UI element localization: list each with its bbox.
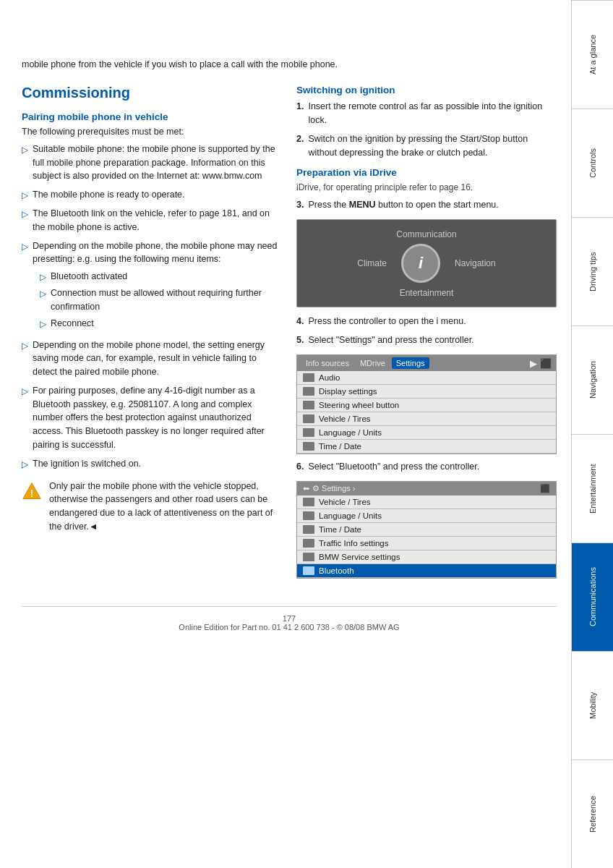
- vehicle-icon2: [303, 498, 314, 506]
- list-item: 2. Switch on the ignition by pressing th…: [296, 132, 557, 160]
- intro-text: mobile phone from the vehicle if you wis…: [22, 58, 557, 72]
- list-item: ▷ The Bluetooth link on the vehicle, ref…: [22, 207, 282, 234]
- entertainment-label: Entertainment: [400, 288, 454, 298]
- step-text: Select "Settings" and press the controll…: [308, 333, 473, 347]
- bullet-arrow-icon: ▷: [22, 339, 28, 352]
- sidebar-tab-at-a-glance[interactable]: At a glance: [572, 0, 613, 109]
- warning-triangle-icon: !: [22, 481, 42, 501]
- bullet-text: Depending on the mobile phone, the mobil…: [33, 239, 282, 333]
- communication-label: Communication: [396, 229, 456, 239]
- sub-bullet-arrow-icon: ▷: [40, 287, 46, 300]
- info-sources-tab: Info sources: [301, 357, 353, 369]
- display-settings-row: Display settings: [297, 385, 556, 399]
- settings-screenshot-1: Info sources MDrive Settings ▶ ⬛ Audio D…: [296, 354, 557, 454]
- bluetooth-row: Bluetooth: [297, 564, 556, 578]
- vehicle-tires-row2: Vehicle / Tires: [297, 495, 556, 509]
- bluetooth-label: Bluetooth: [319, 566, 354, 575]
- traffic-label: Traffic Info settings: [319, 539, 389, 548]
- time-icon2: [303, 525, 314, 534]
- bluetooth-icon: [303, 566, 314, 575]
- list-item: 6. Select "Bluetooth" and press the cont…: [296, 460, 557, 474]
- switching-ignition-subtitle: Switching on ignition: [296, 85, 557, 95]
- settings2-rows: Vehicle / Tires Language / Units Time / …: [297, 495, 556, 578]
- commissioning-title: Commissioning: [22, 85, 282, 101]
- idrive-screenshot: Communication Climate i Navigation Enter…: [296, 219, 557, 307]
- sidebar-tab-entertainment[interactable]: Entertainment: [572, 434, 613, 542]
- list-item: 5. Select "Settings" and press the contr…: [296, 333, 557, 347]
- sub-bullet-arrow-icon: ▷: [40, 271, 46, 284]
- vehicle-label: Vehicle / Tires: [319, 414, 371, 423]
- step-text: Press the controller to open the i menu.: [308, 315, 466, 328]
- language-units-row: Language / Units: [297, 426, 556, 440]
- bullet-text: The Bluetooth link on the vehicle, refer…: [33, 207, 282, 234]
- step-text: Select "Bluetooth" and press the control…: [308, 460, 479, 474]
- audio-icon: [303, 373, 314, 382]
- bullet-text: Depending on the mobile phone model, the…: [33, 339, 282, 379]
- sidebar-tab-driving-tips[interactable]: Driving tips: [572, 217, 613, 326]
- vehicle-label2: Vehicle / Tires: [319, 498, 371, 506]
- language-units-row2: Language / Units: [297, 509, 556, 523]
- vehicle-icon: [303, 414, 314, 423]
- step-number: 1.: [296, 100, 304, 114]
- list-item: ▷ Suitable mobile phone: the mobile phon…: [22, 142, 282, 183]
- bullet-arrow-icon: ▷: [22, 189, 28, 202]
- language-icon: [303, 428, 314, 437]
- main-content: mobile phone from the vehicle if you wis…: [0, 0, 571, 868]
- step-number: 3.: [296, 198, 304, 212]
- bullet-list: ▷ Suitable mobile phone: the mobile phon…: [22, 142, 282, 471]
- bullet-text: The ignition is switched on.: [33, 457, 141, 471]
- idrive-steps-4-5: 4. Press the controller to open the i me…: [296, 315, 557, 348]
- sidebar-tab-communications[interactable]: Communications: [572, 542, 613, 651]
- two-col-layout: Commissioning Pairing mobile phone in ve…: [22, 85, 557, 584]
- bullet-arrow-icon: ▷: [22, 385, 28, 398]
- idrive-step-3: 3. Press the MENU button to open the sta…: [296, 198, 557, 212]
- sub-bullet-list: ▷ Bluetooth activated ▷ Connection must …: [40, 270, 282, 331]
- idrive-center-button: i: [401, 244, 440, 283]
- climate-label: Climate: [357, 258, 387, 268]
- list-item: ▷ For pairing purposes, define any 4-16-…: [22, 384, 282, 452]
- list-item: ▷ The mobile phone is ready to operate.: [22, 188, 282, 202]
- bmw-service-icon: [303, 553, 314, 561]
- display-icon: [303, 387, 314, 396]
- time-icon: [303, 442, 314, 451]
- warning-text: Only pair the mobile phone with the vehi…: [49, 480, 282, 534]
- list-item: ▷ Depending on the mobile phone model, t…: [22, 339, 282, 379]
- right-column: Switching on ignition 1. Insert the remo…: [296, 85, 557, 584]
- settings2-header: ⬅ ⚙ Settings › ⬛: [297, 482, 556, 495]
- audio-row: Audio: [297, 371, 556, 385]
- left-column: Commissioning Pairing mobile phone in ve…: [22, 85, 282, 584]
- list-item: 1. Insert the remote control as far as p…: [296, 100, 557, 127]
- page-footer: 177 Online Edition for Part no. 01 41 2 …: [22, 606, 557, 631]
- bullet-arrow-icon: ▷: [22, 143, 28, 156]
- sidebar-tab-controls[interactable]: Controls: [572, 109, 613, 217]
- steering-wheel-row: Steering wheel button: [297, 399, 556, 412]
- bmw-service-row: BMW Service settings: [297, 550, 556, 564]
- list-item: ▷ Depending on the mobile phone, the mob…: [22, 239, 282, 333]
- list-item: 3. Press the MENU button to open the sta…: [296, 198, 557, 212]
- steering-icon: [303, 401, 314, 409]
- sub-bullet-text: Bluetooth activated: [51, 270, 127, 284]
- time-date-row: Time / Date: [297, 440, 556, 454]
- sub-list-item: ▷ Bluetooth activated: [40, 270, 282, 284]
- bullet-text: Suitable mobile phone: the mobile phone …: [33, 142, 282, 183]
- sidebar-tab-mobility[interactable]: Mobility: [572, 651, 613, 760]
- language-label2: Language / Units: [319, 511, 382, 520]
- idrive-step-6: 6. Select "Bluetooth" and press the cont…: [296, 460, 557, 474]
- bullet-text: The mobile phone is ready to operate.: [33, 188, 185, 202]
- bullet-arrow-icon: ▷: [22, 458, 28, 471]
- step-number: 2.: [296, 132, 304, 146]
- sub-bullet-arrow-icon: ▷: [40, 318, 46, 331]
- ignition-steps: 1. Insert the remote control as far as p…: [296, 100, 557, 160]
- idrive-i-icon: i: [419, 254, 423, 273]
- step-number: 6.: [296, 460, 304, 474]
- audio-label: Audio: [319, 373, 340, 382]
- sidebar-tab-reference[interactable]: Reference: [572, 760, 613, 868]
- warning-box: ! Only pair the mobile phone with the ve…: [22, 480, 282, 534]
- language-icon2: [303, 511, 314, 520]
- display-label: Display settings: [319, 387, 377, 396]
- step-text: Insert the remote control as far as poss…: [308, 100, 557, 127]
- bullet-arrow-icon: ▷: [22, 240, 28, 253]
- sidebar-tab-navigation[interactable]: Navigation: [572, 326, 613, 434]
- sub-bullet-text: Reconnect: [51, 317, 94, 331]
- prereq-text: The following prerequisites must be met:: [22, 127, 282, 137]
